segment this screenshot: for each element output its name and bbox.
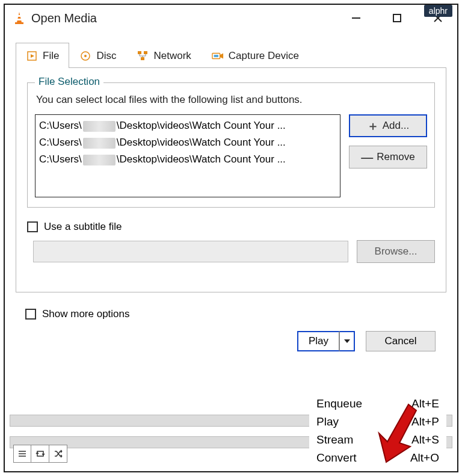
tab-bar: File Disc Network Capture Device [16,42,446,67]
menu-label: Enqueue [316,397,362,410]
tab-panel: File Selection You can select local file… [16,67,446,292]
tab-label: File [43,50,59,62]
svg-rect-2 [17,19,22,20]
file-list[interactable]: C:\Users\\Desktop\videos\Watch Count You… [35,114,340,197]
button-label: Add... [383,120,409,132]
file-icon [26,50,38,62]
tab-network[interactable]: Network [126,43,201,68]
minimize-button[interactable] [348,10,365,26]
menu-item-stream[interactable]: Stream Alt+S [309,431,446,449]
menu-shortcut: Alt+O [410,451,439,465]
menu-label: Convert [316,451,357,465]
svg-marker-9 [31,54,34,58]
svg-rect-12 [138,51,141,54]
disc-icon [79,50,91,62]
plus-icon: ＋ [367,118,379,134]
checkbox-label: Use a subtitle file [44,221,122,233]
capture-icon [212,50,224,62]
remove-button[interactable]: — Remove [349,146,427,168]
minus-icon: — [361,150,373,164]
svg-rect-13 [144,51,147,54]
file-selection-group: File Selection You can select local file… [27,82,435,208]
menu-label: Stream [316,433,353,447]
svg-rect-14 [141,57,144,60]
svg-point-11 [84,55,87,57]
window-title: Open Media [31,11,348,25]
button-label: Browse... [375,246,417,258]
svg-rect-5 [393,14,401,22]
redacted-text [83,121,116,132]
tab-label: Disc [96,50,116,62]
tab-disc[interactable]: Disc [69,43,126,68]
tab-label: Capture Device [229,50,299,62]
tab-label: Network [153,50,191,62]
redacted-text [83,138,116,149]
cancel-button[interactable]: Cancel [366,331,436,351]
help-text: You can select local files with the foll… [36,94,427,106]
vlc-cone-icon [13,11,25,25]
button-label: Remove [377,151,414,163]
titlebar: Open Media [5,5,457,31]
list-item[interactable]: C:\Users\\Desktop\videos\Watch Count You… [39,151,336,168]
use-subtitle-checkbox[interactable] [27,221,38,232]
tab-file[interactable]: File [16,43,69,68]
menu-item-enqueue[interactable]: Enqueue Alt+E [309,395,446,413]
maximize-button[interactable] [389,10,405,26]
list-item[interactable]: C:\Users\\Desktop\videos\Watch Count You… [39,117,336,134]
menu-item-convert[interactable]: Convert Alt+O [309,449,446,467]
svg-rect-1 [17,15,21,17]
chevron-down-icon [343,339,351,344]
redacted-text [83,155,116,165]
svg-marker-17 [220,53,223,58]
loop-icon[interactable] [31,445,49,463]
play-dropdown-toggle[interactable] [339,331,355,351]
svg-marker-0 [17,12,22,22]
menu-shortcut: Alt+S [411,433,439,447]
list-item[interactable]: C:\Users\\Desktop\videos\Watch Count You… [39,134,336,151]
svg-rect-16 [214,55,218,57]
menu-label: Play [316,415,339,428]
browse-button: Browse... [357,240,435,263]
network-icon [137,50,149,62]
play-button[interactable]: Play [297,331,339,351]
group-legend: File Selection [35,76,103,88]
subtitle-path-input [33,241,348,262]
play-dropdown-menu: Enqueue Alt+E Play Alt+P Stream Alt+S Co… [309,395,446,467]
menu-shortcut: Alt+E [411,397,439,410]
playlist-toggle-icon[interactable] [13,445,31,463]
tab-capture[interactable]: Capture Device [202,43,309,68]
button-label: Cancel [385,335,417,347]
checkbox-label: Show more options [42,308,130,320]
add-button[interactable]: ＋ Add... [349,114,427,137]
svg-rect-3 [15,22,23,24]
menu-item-play[interactable]: Play Alt+P [309,413,446,431]
menu-shortcut: Alt+P [411,415,439,428]
shuffle-icon[interactable] [49,445,67,463]
watermark-badge: alphr [424,5,452,17]
button-label: Play [309,335,328,347]
show-more-checkbox[interactable] [25,309,36,320]
svg-marker-18 [344,339,350,343]
